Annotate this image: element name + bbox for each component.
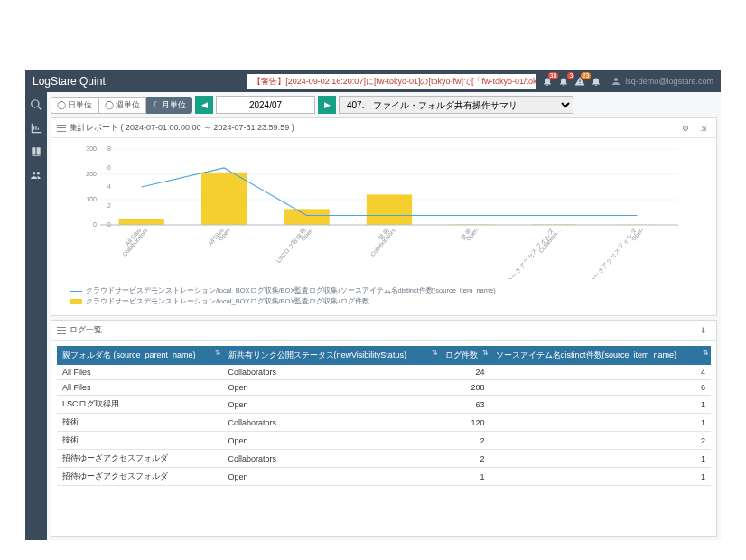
main-content: ◯日単位 ◯週単位 ☾月単位 ◀ ▶ 407. ファイル・フォルダ共有操作サマリ… — [47, 92, 721, 540]
table-row[interactable]: 招待ゆーざアクセスフォルダCollaborators21 — [57, 450, 711, 468]
notification-bell-3[interactable] — [589, 74, 603, 89]
svg-text:0: 0 — [93, 221, 97, 228]
toolbar: ◯日単位 ◯週単位 ☾月単位 ◀ ▶ 407. ファイル・フォルダ共有操作サマリ — [51, 96, 717, 114]
svg-text:4: 4 — [107, 183, 111, 190]
svg-rect-15 — [284, 209, 329, 225]
table-row[interactable]: 招待ゆーざアクセスフォルダOpen11 — [57, 468, 711, 486]
svg-text:8: 8 — [107, 145, 111, 152]
topbar: LogStare Quint 【警告】[2024-09-02 16:20:07]… — [25, 70, 721, 92]
sidebar-users[interactable] — [29, 168, 43, 182]
chart-legend: クラウドサービスデモンストレーション/local_BOXログ収集/BOX監査ログ… — [51, 283, 716, 315]
svg-text:300: 300 — [86, 145, 97, 152]
settings-icon[interactable]: ⚙ — [678, 121, 693, 135]
chart-panel-head: 集計レポート ( 2024-07-01 00:00:00 ～ 2024-07-3… — [51, 118, 716, 138]
table-row[interactable]: All FilesCollaborators244 — [57, 365, 711, 380]
export-icon[interactable]: ⇲ — [696, 121, 711, 135]
download-icon[interactable]: ⬇ — [696, 323, 711, 338]
hamburger-icon[interactable] — [57, 327, 66, 334]
table-row[interactable]: All FilesOpen2086 — [57, 380, 711, 396]
col-header[interactable]: ログ件数⇅ — [440, 346, 490, 365]
period-segment: ◯日単位 ◯週単位 ☾月単位 — [51, 97, 192, 114]
log-table: 親フォルダ名 (source_parent_name)⇅新共有リンク公開ステータ… — [57, 346, 711, 486]
col-header[interactable]: 新共有リンク公開ステータス(newVisibilityStatus)⇅ — [223, 346, 441, 365]
chart-area: 010020030002468All FilesCollaboratorsAll… — [51, 138, 716, 283]
prev-button[interactable]: ◀ — [195, 96, 213, 114]
report-select[interactable]: 407. ファイル・フォルダ共有操作サマリ — [339, 96, 573, 114]
alert-banner: 【警告】[2024-09-02 16:20:07]に[fw-tokyo-01]の… — [247, 74, 536, 89]
svg-rect-13 — [119, 219, 164, 225]
app-shell: LogStare Quint 【警告】[2024-09-02 16:20:07]… — [25, 70, 721, 540]
notification-group: 38 3 23 — [540, 74, 603, 89]
svg-text:招待ゆーざアクセスフォルダ: 招待ゆーざアクセスフォルダ — [497, 226, 556, 279]
user-menu[interactable]: lsq-demo@logstare.com — [611, 76, 713, 87]
date-input[interactable] — [216, 96, 315, 114]
seg-week[interactable]: ◯週単位 — [98, 97, 146, 114]
loglist-title: ログ一覧 — [70, 324, 102, 336]
col-header[interactable]: 親フォルダ名 (source_parent_name)⇅ — [57, 346, 223, 365]
notification-bell-1[interactable]: 38 — [540, 74, 555, 89]
svg-text:6: 6 — [107, 164, 111, 171]
brand-logo: LogStare Quint — [33, 75, 106, 88]
svg-rect-16 — [367, 194, 412, 225]
user-email: lsq-demo@logstare.com — [625, 77, 713, 86]
chart-svg: 010020030002468All FilesCollaboratorsAll… — [57, 144, 711, 279]
notification-bell-2[interactable]: 3 — [556, 74, 571, 89]
legend-bar-swatch — [70, 299, 82, 304]
loglist-panel: ログ一覧 ⬇ 親フォルダ名 (source_parent_name)⇅新共有リン… — [51, 320, 717, 537]
table-row[interactable]: 技術Collaborators1201 — [57, 414, 711, 432]
seg-month[interactable]: ☾月単位 — [146, 97, 192, 114]
legend-line-swatch — [70, 291, 82, 292]
notification-warn[interactable]: 23 — [573, 74, 587, 89]
svg-text:LSCログ取得用: LSCログ取得用 — [275, 227, 307, 264]
svg-text:200: 200 — [86, 171, 97, 177]
seg-day[interactable]: ◯日単位 — [51, 97, 98, 114]
legend-line-label: クラウドサービスデモンストレーション/local_BOXログ収集/BOX監査ログ… — [86, 286, 496, 295]
table-wrap: 親フォルダ名 (source_parent_name)⇅新共有リンク公開ステータ… — [51, 341, 716, 491]
sidebar-chart[interactable] — [29, 121, 43, 135]
svg-rect-14 — [201, 173, 247, 225]
table-row[interactable]: 技術Open22 — [57, 432, 711, 450]
table-row[interactable]: LSCログ取得用Open631 — [57, 396, 711, 414]
chart-panel: 集計レポート ( 2024-07-01 00:00:00 ～ 2024-07-3… — [51, 117, 717, 316]
sidebar-search[interactable] — [29, 98, 43, 112]
legend-bar-label: クラウドサービスデモンストレーション/local_BOXログ収集/BOX監査ログ… — [86, 297, 369, 306]
user-icon — [611, 76, 621, 87]
svg-text:2: 2 — [107, 202, 111, 209]
svg-text:招待ゆーざアクセスフォルダ: 招待ゆーざアクセスフォルダ — [580, 226, 639, 279]
col-header[interactable]: ソースアイテム名distinct件数(source_item_name)⇅ — [490, 346, 711, 365]
hamburger-icon[interactable] — [57, 125, 66, 132]
loglist-head: ログ一覧 ⬇ — [51, 321, 716, 341]
chart-panel-title: 集計レポート ( 2024-07-01 00:00:00 ～ 2024-07-3… — [70, 122, 294, 134]
next-button[interactable]: ▶ — [318, 96, 336, 114]
svg-text:100: 100 — [86, 196, 97, 202]
sidebar-book[interactable] — [29, 145, 43, 159]
sidebar — [25, 92, 47, 540]
